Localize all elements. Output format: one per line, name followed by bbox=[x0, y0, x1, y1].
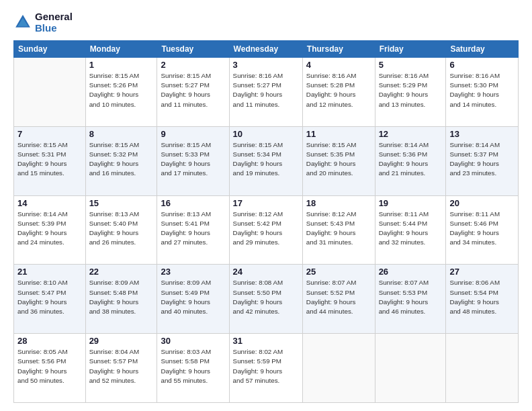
calendar-week-row: 21Sunrise: 8:10 AMSunset: 5:47 PMDayligh… bbox=[14, 265, 519, 334]
calendar-cell: 27Sunrise: 8:06 AMSunset: 5:54 PMDayligh… bbox=[446, 265, 519, 334]
day-number: 20 bbox=[449, 198, 515, 208]
day-info: Sunrise: 8:03 AMSunset: 5:58 PMDaylight:… bbox=[161, 347, 225, 385]
day-info: Sunrise: 8:12 AMSunset: 5:43 PMDaylight:… bbox=[306, 210, 371, 248]
calendar-cell bbox=[14, 58, 86, 127]
logo-text: General Blue bbox=[35, 11, 73, 34]
day-number: 17 bbox=[233, 198, 299, 208]
weekday-header-row: SundayMondayTuesdayWednesdayThursdayFrid… bbox=[14, 41, 519, 58]
day-info: Sunrise: 8:15 AMSunset: 5:33 PMDaylight:… bbox=[161, 140, 225, 179]
day-info: Sunrise: 8:16 AMSunset: 5:28 PMDaylight:… bbox=[306, 71, 371, 109]
calendar-cell: 17Sunrise: 8:12 AMSunset: 5:42 PMDayligh… bbox=[229, 195, 302, 265]
day-number: 25 bbox=[306, 267, 371, 277]
calendar-cell: 20Sunrise: 8:11 AMSunset: 5:46 PMDayligh… bbox=[446, 195, 519, 265]
day-number: 16 bbox=[161, 198, 225, 208]
calendar-cell: 12Sunrise: 8:14 AMSunset: 5:36 PMDayligh… bbox=[375, 126, 446, 195]
calendar-cell: 22Sunrise: 8:09 AMSunset: 5:48 PMDayligh… bbox=[85, 265, 157, 334]
calendar-cell: 5Sunrise: 8:16 AMSunset: 5:29 PMDaylight… bbox=[375, 58, 446, 127]
calendar-cell: 31Sunrise: 8:02 AMSunset: 5:59 PMDayligh… bbox=[229, 334, 302, 403]
day-info: Sunrise: 8:16 AMSunset: 5:29 PMDaylight:… bbox=[379, 71, 443, 109]
day-info: Sunrise: 8:02 AMSunset: 5:59 PMDaylight:… bbox=[233, 347, 299, 385]
logo-icon bbox=[13, 13, 32, 32]
calendar-cell: 13Sunrise: 8:14 AMSunset: 5:37 PMDayligh… bbox=[446, 126, 519, 195]
day-number: 7 bbox=[17, 129, 82, 139]
day-number: 12 bbox=[379, 129, 443, 139]
day-number: 1 bbox=[89, 60, 154, 70]
calendar-cell: 4Sunrise: 8:16 AMSunset: 5:28 PMDaylight… bbox=[302, 58, 375, 127]
calendar-cell: 24Sunrise: 8:08 AMSunset: 5:50 PMDayligh… bbox=[229, 265, 302, 334]
calendar-cell: 6Sunrise: 8:16 AMSunset: 5:30 PMDaylight… bbox=[446, 58, 519, 127]
day-info: Sunrise: 8:05 AMSunset: 5:56 PMDaylight:… bbox=[17, 347, 82, 385]
calendar-cell: 14Sunrise: 8:14 AMSunset: 5:39 PMDayligh… bbox=[14, 195, 86, 265]
day-info: Sunrise: 8:08 AMSunset: 5:50 PMDaylight:… bbox=[233, 278, 299, 316]
calendar-cell: 30Sunrise: 8:03 AMSunset: 5:58 PMDayligh… bbox=[157, 334, 229, 403]
calendar-cell: 23Sunrise: 8:09 AMSunset: 5:49 PMDayligh… bbox=[157, 265, 229, 334]
day-number: 3 bbox=[233, 60, 299, 70]
weekday-header-thursday: Thursday bbox=[302, 41, 375, 58]
day-number: 15 bbox=[89, 198, 154, 208]
calendar-week-row: 14Sunrise: 8:14 AMSunset: 5:39 PMDayligh… bbox=[14, 195, 519, 265]
calendar-cell bbox=[375, 334, 446, 403]
day-number: 28 bbox=[17, 336, 82, 346]
day-info: Sunrise: 8:04 AMSunset: 5:57 PMDaylight:… bbox=[89, 347, 154, 385]
day-number: 24 bbox=[233, 267, 299, 277]
weekday-header-tuesday: Tuesday bbox=[157, 41, 229, 58]
day-number: 23 bbox=[161, 267, 225, 277]
day-number: 29 bbox=[89, 336, 154, 346]
weekday-header-sunday: Sunday bbox=[14, 41, 86, 58]
day-number: 26 bbox=[379, 267, 443, 277]
day-info: Sunrise: 8:11 AMSunset: 5:44 PMDaylight:… bbox=[379, 210, 443, 248]
day-info: Sunrise: 8:16 AMSunset: 5:30 PMDaylight:… bbox=[449, 71, 515, 109]
calendar-cell: 26Sunrise: 8:07 AMSunset: 5:53 PMDayligh… bbox=[375, 265, 446, 334]
calendar-cell: 29Sunrise: 8:04 AMSunset: 5:57 PMDayligh… bbox=[85, 334, 157, 403]
calendar-cell: 16Sunrise: 8:13 AMSunset: 5:41 PMDayligh… bbox=[157, 195, 229, 265]
calendar-week-row: 1Sunrise: 8:15 AMSunset: 5:26 PMDaylight… bbox=[14, 58, 519, 127]
calendar-cell: 9Sunrise: 8:15 AMSunset: 5:33 PMDaylight… bbox=[157, 126, 229, 195]
day-info: Sunrise: 8:14 AMSunset: 5:36 PMDaylight:… bbox=[379, 140, 443, 179]
day-number: 27 bbox=[449, 267, 515, 277]
day-number: 10 bbox=[233, 129, 299, 139]
day-info: Sunrise: 8:15 AMSunset: 5:34 PMDaylight:… bbox=[233, 140, 299, 179]
calendar-cell: 3Sunrise: 8:16 AMSunset: 5:27 PMDaylight… bbox=[229, 58, 302, 127]
day-number: 14 bbox=[17, 198, 82, 208]
calendar-week-row: 7Sunrise: 8:15 AMSunset: 5:31 PMDaylight… bbox=[14, 126, 519, 195]
calendar-cell: 25Sunrise: 8:07 AMSunset: 5:52 PMDayligh… bbox=[302, 265, 375, 334]
calendar-week-row: 28Sunrise: 8:05 AMSunset: 5:56 PMDayligh… bbox=[14, 334, 519, 403]
day-number: 11 bbox=[306, 129, 371, 139]
day-info: Sunrise: 8:07 AMSunset: 5:52 PMDaylight:… bbox=[306, 278, 371, 316]
calendar-cell: 15Sunrise: 8:13 AMSunset: 5:40 PMDayligh… bbox=[85, 195, 157, 265]
day-info: Sunrise: 8:14 AMSunset: 5:39 PMDaylight:… bbox=[17, 210, 82, 248]
day-info: Sunrise: 8:15 AMSunset: 5:26 PMDaylight:… bbox=[89, 71, 154, 109]
day-number: 22 bbox=[89, 267, 154, 277]
weekday-header-wednesday: Wednesday bbox=[229, 41, 302, 58]
calendar-cell: 8Sunrise: 8:15 AMSunset: 5:32 PMDaylight… bbox=[85, 126, 157, 195]
day-number: 31 bbox=[233, 336, 299, 346]
day-info: Sunrise: 8:11 AMSunset: 5:46 PMDaylight:… bbox=[449, 210, 515, 248]
day-info: Sunrise: 8:14 AMSunset: 5:37 PMDaylight:… bbox=[449, 140, 515, 179]
day-info: Sunrise: 8:15 AMSunset: 5:35 PMDaylight:… bbox=[306, 140, 371, 179]
day-info: Sunrise: 8:10 AMSunset: 5:47 PMDaylight:… bbox=[17, 278, 82, 316]
day-info: Sunrise: 8:06 AMSunset: 5:54 PMDaylight:… bbox=[449, 278, 515, 316]
day-number: 9 bbox=[161, 129, 225, 139]
day-number: 2 bbox=[161, 60, 225, 70]
day-number: 6 bbox=[449, 60, 515, 70]
day-number: 4 bbox=[306, 60, 371, 70]
day-number: 5 bbox=[379, 60, 443, 70]
day-info: Sunrise: 8:15 AMSunset: 5:32 PMDaylight:… bbox=[89, 140, 154, 179]
day-number: 30 bbox=[161, 336, 225, 346]
day-info: Sunrise: 8:15 AMSunset: 5:31 PMDaylight:… bbox=[17, 140, 82, 179]
weekday-header-saturday: Saturday bbox=[446, 41, 519, 58]
calendar-cell: 11Sunrise: 8:15 AMSunset: 5:35 PMDayligh… bbox=[302, 126, 375, 195]
header: General Blue bbox=[13, 11, 519, 34]
day-number: 19 bbox=[379, 198, 443, 208]
day-info: Sunrise: 8:07 AMSunset: 5:53 PMDaylight:… bbox=[379, 278, 443, 316]
calendar-cell: 28Sunrise: 8:05 AMSunset: 5:56 PMDayligh… bbox=[14, 334, 86, 403]
day-number: 8 bbox=[89, 129, 154, 139]
day-info: Sunrise: 8:13 AMSunset: 5:41 PMDaylight:… bbox=[161, 210, 225, 248]
calendar-table: SundayMondayTuesdayWednesdayThursdayFrid… bbox=[13, 40, 519, 403]
day-info: Sunrise: 8:09 AMSunset: 5:49 PMDaylight:… bbox=[161, 278, 225, 316]
calendar-cell bbox=[446, 334, 519, 403]
logo: General Blue bbox=[13, 11, 73, 34]
calendar-cell: 7Sunrise: 8:15 AMSunset: 5:31 PMDaylight… bbox=[14, 126, 86, 195]
calendar-cell: 18Sunrise: 8:12 AMSunset: 5:43 PMDayligh… bbox=[302, 195, 375, 265]
day-info: Sunrise: 8:09 AMSunset: 5:48 PMDaylight:… bbox=[89, 278, 154, 316]
